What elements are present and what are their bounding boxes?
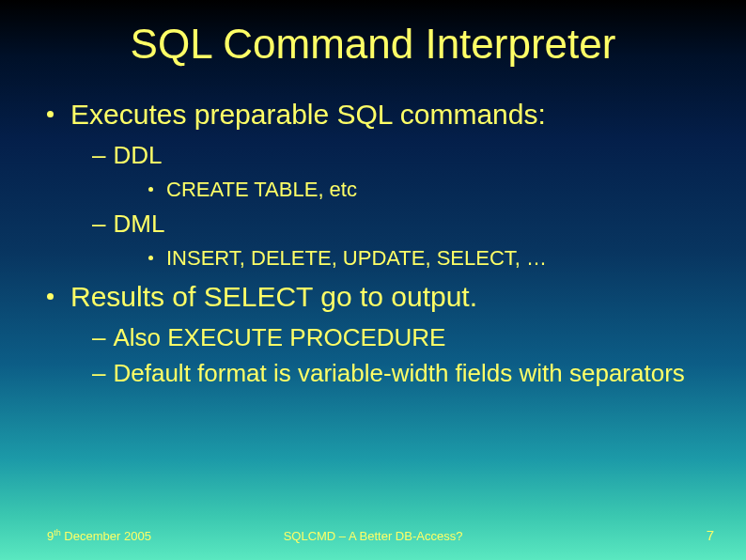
dash-icon: – [92,140,105,172]
bullet-dot-icon [148,256,153,260]
bullet-level2: – Default format is variable-width field… [92,358,718,390]
bullet-dot-icon [148,187,153,192]
bullet-text: INSERT, DELETE, UPDATE, SELECT, … [166,244,547,272]
slide-footer: 9th December 2005 SQLCMD – A Better DB-A… [0,527,746,543]
footer-date: 9th December 2005 [47,528,151,543]
bullet-text: Default format is variable-width fields … [113,358,718,390]
bullet-text: Executes preparable SQL commands: [70,96,546,132]
slide-title: SQL Command Interpreter [0,21,746,68]
bullet-text: Also EXECUTE PROCEDURE [113,322,718,354]
bullet-text: DDL [113,140,718,172]
bullet-text: Results of SELECT go to output. [70,278,477,315]
bullet-level2: – Also EXECUTE PROCEDURE [92,322,718,354]
bullet-text: DML [113,209,718,241]
bullet-level3: CREATE TABLE, etc [148,176,718,204]
bullet-level2: – DML [92,209,718,241]
dash-icon: – [92,358,105,390]
footer-date-ordinal: th [54,528,61,537]
footer-date-rest: December 2005 [61,529,151,543]
slide: SQL Command Interpreter Executes prepara… [0,0,746,560]
bullet-text: CREATE TABLE, etc [166,176,357,204]
footer-title: SQLCMD – A Better DB-Access? [284,529,463,543]
bullet-level2: – DDL [92,140,718,172]
slide-content: Executes preparable SQL commands: – DDL … [0,96,746,390]
bullet-level1: Results of SELECT go to output. [47,278,718,315]
bullet-level3: INSERT, DELETE, UPDATE, SELECT, … [148,244,718,272]
footer-page-number: 7 [707,527,714,543]
bullet-dot-icon [47,293,54,300]
bullet-dot-icon [47,111,54,117]
dash-icon: – [92,209,105,241]
dash-icon: – [92,322,105,354]
bullet-level1: Executes preparable SQL commands: [47,96,718,132]
